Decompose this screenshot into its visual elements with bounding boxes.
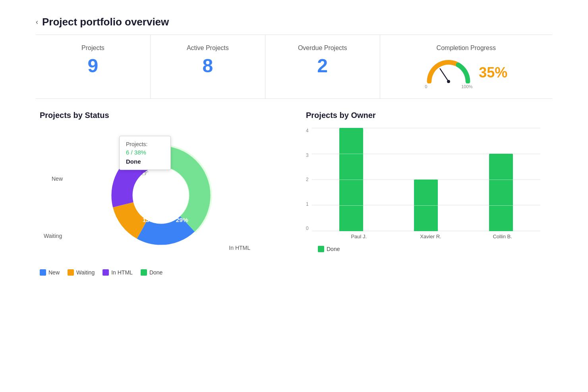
tooltip-value: 6 / 38% (126, 149, 164, 156)
legend-waiting-dot (68, 269, 74, 276)
donut-area: Projects: 6 / 38% Done ☞ New Waiting In … (40, 128, 282, 263)
tooltip-status: Done (126, 158, 164, 165)
legend-new-label: New (48, 269, 60, 276)
stat-projects-label: Projects (44, 44, 142, 52)
page-header: ‹ Project portfolio overview (36, 8, 552, 35)
stat-completion-label: Completion Progress (388, 44, 544, 52)
bar-legend-done-dot (318, 246, 324, 252)
bar-chart-section: Projects by Owner 0 1 2 3 4 (294, 111, 552, 276)
gauge-container: 0 100% 35% (388, 56, 544, 89)
bar-chart-title: Projects by Owner (306, 111, 540, 120)
bar-xavier-rect (414, 180, 438, 231)
tooltip-label: Projects: (126, 141, 164, 147)
legend-inhtml-label: In HTML (111, 269, 133, 276)
bar-paul[interactable] (324, 128, 379, 231)
stat-active-value: 8 (159, 56, 257, 75)
bar-chart-legend: Done (306, 246, 540, 252)
legend-done: Done (141, 269, 162, 276)
bar-legend-done-label: Done (327, 246, 340, 252)
bar-collin-rect (489, 154, 513, 231)
gauge-svg (425, 56, 472, 83)
bar-paul-line1 (339, 154, 363, 154)
gauge-value: 35% (479, 64, 507, 81)
legend-new: New (40, 269, 60, 276)
svg-point-1 (447, 80, 450, 83)
bar-legend-done: Done (318, 246, 340, 252)
stats-row: Projects 9 Active Projects 8 Overdue Pro… (36, 35, 552, 99)
gauge-max-label: 100% (461, 84, 472, 89)
stat-completion: Completion Progress 0 (380, 35, 552, 98)
donut-tooltip: Projects: 6 / 38% Done ☞ (119, 136, 171, 170)
stat-projects: Projects 9 (36, 35, 151, 98)
bar-paul-line2 (339, 180, 363, 180)
bar-xavier-label: Xavier R. (405, 234, 457, 239)
legend-inhtml: In HTML (103, 269, 133, 276)
page-title: Project portfolio overview (42, 16, 169, 28)
y-label-0: 0 (306, 226, 309, 231)
stat-active: Active Projects 8 (151, 35, 265, 98)
legend-waiting-label: Waiting (76, 269, 95, 276)
charts-row: Projects by Status Projects: 6 / 38% Don… (36, 99, 552, 284)
donut-label-new: New (52, 176, 63, 182)
svg-line-0 (440, 69, 449, 81)
bar-paul-rect (339, 128, 363, 231)
legend-done-label: Done (149, 269, 162, 276)
donut-waiting-pct: 13% (143, 216, 155, 223)
bar-collin-line2 (489, 205, 513, 206)
donut-label-waiting: Waiting (44, 233, 62, 239)
y-label-4: 4 (306, 128, 309, 133)
bar-chart-area: 0 1 2 3 4 (306, 128, 540, 255)
y-label-3: 3 (306, 153, 309, 158)
legend-inhtml-dot (103, 269, 109, 276)
stat-active-label: Active Projects (159, 44, 257, 52)
donut-new-pct: 20% (137, 193, 149, 199)
donut-chart-title: Projects by Status (40, 111, 282, 120)
bar-paul-label: Paul J. (333, 234, 385, 239)
tooltip-cursor-icon: ☞ (141, 168, 149, 178)
y-label-1: 1 (306, 201, 309, 207)
legend-done-dot (141, 269, 147, 276)
donut-inhtml-pct: 29% (176, 216, 188, 223)
legend-new-dot (40, 269, 46, 276)
stat-overdue-value: 2 (273, 56, 372, 75)
stat-overdue-label: Overdue Projects (273, 44, 372, 52)
stat-projects-value: 9 (44, 56, 142, 75)
legend-waiting: Waiting (68, 269, 95, 276)
y-label-2: 2 (306, 177, 309, 182)
donut-legend: New Waiting In HTML Done (40, 269, 282, 276)
bar-collin-label: Collin B. (476, 234, 528, 239)
bar-xavier[interactable] (398, 180, 453, 231)
bar-collin-line1 (489, 180, 513, 180)
donut-chart-section: Projects by Status Projects: 6 / 38% Don… (36, 111, 294, 276)
bar-paul-line3 (339, 205, 363, 206)
bar-collin[interactable] (474, 154, 528, 231)
donut-label-inhtml: In HTML (229, 245, 250, 251)
gauge-min-label: 0 (425, 84, 427, 89)
back-button[interactable]: ‹ (36, 18, 38, 26)
stat-overdue: Overdue Projects 2 (265, 35, 380, 98)
bar-xavier-line1 (414, 205, 438, 206)
